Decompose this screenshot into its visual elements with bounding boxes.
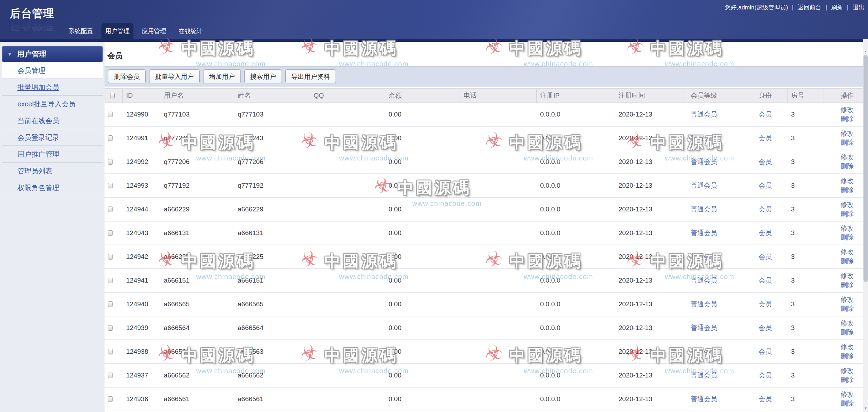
edit-link[interactable]: 修改	[840, 271, 854, 280]
delete-link[interactable]: 删除	[840, 186, 854, 195]
nav-tab[interactable]: 应用管理	[138, 23, 170, 39]
row-checkbox[interactable]	[108, 207, 113, 212]
edit-link[interactable]: 修改	[840, 366, 854, 375]
identity-link[interactable]: 会员	[759, 372, 772, 379]
sidebar-item[interactable]: 用户推广管理	[2, 146, 103, 163]
identity-link[interactable]: 会员	[759, 395, 772, 403]
edit-link[interactable]: 修改	[840, 295, 854, 304]
col-header-id: ID	[123, 89, 160, 103]
link-logout[interactable]: 退出	[853, 4, 865, 11]
delete-link[interactable]: 删除	[840, 209, 854, 218]
delete-link[interactable]: 删除	[840, 162, 854, 171]
toolbar-button[interactable]: 增加用户	[203, 69, 241, 83]
nav-tab[interactable]: 系统配置	[65, 23, 97, 39]
level-link[interactable]: 普通会员	[691, 205, 717, 213]
sidebar-group-header[interactable]: ▼ 用户管理	[2, 46, 103, 62]
row-checkbox[interactable]	[108, 301, 113, 307]
delete-link[interactable]: 删除	[840, 375, 854, 384]
level-link[interactable]: 普通会员	[691, 300, 717, 308]
row-checkbox[interactable]	[108, 325, 113, 331]
toolbar-button[interactable]: 搜索用户	[244, 69, 282, 83]
toolbar-button[interactable]: 批量导入用户	[149, 69, 200, 83]
level-link[interactable]: 普通会员	[691, 395, 717, 403]
level-link[interactable]: 普通会员	[691, 277, 717, 284]
edit-link[interactable]: 修改	[840, 177, 854, 186]
edit-link[interactable]: 修改	[840, 343, 854, 352]
level-link[interactable]: 普通会员	[691, 372, 717, 379]
delete-link[interactable]: 删除	[840, 352, 854, 361]
edit-link[interactable]: 修改	[840, 390, 854, 399]
edit-link[interactable]: 修改	[840, 319, 854, 328]
scroll-down-icon[interactable]: ▼	[863, 406, 868, 410]
cell-balance: 0.00	[385, 253, 460, 261]
sidebar-item[interactable]: 会员管理	[2, 62, 103, 79]
delete-link[interactable]: 删除	[840, 257, 854, 266]
link-refresh[interactable]: 刷新	[831, 4, 843, 11]
identity-link[interactable]: 会员	[759, 300, 772, 308]
level-link[interactable]: 普通会员	[691, 229, 717, 237]
row-checkbox[interactable]	[108, 373, 113, 378]
cell-username: a666225	[160, 253, 234, 261]
identity-link[interactable]: 会员	[759, 158, 772, 165]
cell-level: 普通会员	[687, 276, 755, 285]
identity-link[interactable]: 会员	[759, 182, 772, 189]
delete-link[interactable]: 删除	[840, 328, 854, 337]
level-link[interactable]: 普通会员	[691, 134, 717, 142]
edit-link[interactable]: 修改	[840, 105, 854, 114]
delete-link[interactable]: 删除	[840, 138, 854, 147]
vertical-scrollbar[interactable]: ▲ ▼	[863, 39, 868, 412]
cell-level: 普通会员	[687, 110, 755, 119]
delete-link[interactable]: 删除	[840, 233, 854, 242]
edit-link[interactable]: 修改	[840, 129, 854, 138]
delete-link[interactable]: 删除	[840, 304, 854, 313]
edit-link[interactable]: 修改	[840, 153, 854, 162]
delete-link[interactable]: 删除	[840, 399, 854, 408]
cell-level: 普通会员	[687, 300, 755, 309]
level-link[interactable]: 普通会员	[691, 253, 717, 260]
level-link[interactable]: 普通会员	[691, 182, 717, 189]
level-link[interactable]: 普通会员	[691, 324, 717, 331]
sidebar-item[interactable]: 权限角色管理	[2, 179, 103, 196]
link-back-to-front[interactable]: 返回前台	[798, 4, 821, 11]
identity-link[interactable]: 会员	[759, 111, 772, 118]
row-checkbox[interactable]	[108, 254, 113, 260]
scroll-up-icon[interactable]: ▲	[863, 50, 868, 53]
sidebar-item[interactable]: 会员登录记录	[2, 129, 103, 146]
select-all-checkbox[interactable]	[110, 93, 115, 98]
delete-link[interactable]: 删除	[840, 280, 854, 290]
toolbar-button[interactable]: 导出用户资料	[285, 69, 336, 83]
row-checkbox[interactable]	[108, 135, 113, 141]
level-link[interactable]: 普通会员	[691, 348, 717, 355]
sidebar-item[interactable]: 当前在线会员	[2, 112, 103, 129]
row-checkbox[interactable]	[108, 183, 113, 188]
scrollbar-thumb[interactable]	[863, 55, 868, 282]
toolbar-button[interactable]: 删除会员	[108, 69, 146, 83]
cell-level: 普通会员	[687, 157, 755, 166]
cell-reg-ip: 0.0.0.0	[537, 158, 615, 166]
nav-tab[interactable]: 在线统计	[175, 23, 207, 39]
level-link[interactable]: 普通会员	[691, 111, 717, 118]
sidebar-item[interactable]: 管理员列表	[2, 163, 103, 179]
cell-name: q777243	[234, 134, 310, 142]
row-checkbox[interactable]	[108, 396, 113, 402]
identity-link[interactable]: 会员	[759, 134, 772, 142]
level-link[interactable]: 普通会员	[691, 158, 717, 165]
identity-link[interactable]: 会员	[759, 348, 772, 355]
row-checkbox[interactable]	[108, 230, 113, 236]
identity-link[interactable]: 会员	[759, 253, 772, 260]
nav-tab[interactable]: 用户管理	[101, 23, 133, 39]
delete-link[interactable]: 删除	[840, 114, 854, 123]
row-checkbox[interactable]	[108, 159, 113, 165]
edit-link[interactable]: 修改	[840, 248, 854, 257]
identity-link[interactable]: 会员	[759, 277, 772, 284]
sidebar-item[interactable]: excel批量导入会员	[2, 96, 103, 112]
identity-link[interactable]: 会员	[759, 324, 772, 331]
identity-link[interactable]: 会员	[759, 229, 772, 237]
sidebar-item[interactable]: 批量增加会员	[2, 79, 103, 96]
row-checkbox[interactable]	[108, 349, 113, 354]
edit-link[interactable]: 修改	[840, 224, 854, 233]
edit-link[interactable]: 修改	[840, 200, 854, 209]
identity-link[interactable]: 会员	[759, 205, 772, 213]
row-checkbox[interactable]	[108, 278, 113, 283]
row-checkbox[interactable]	[108, 112, 113, 117]
